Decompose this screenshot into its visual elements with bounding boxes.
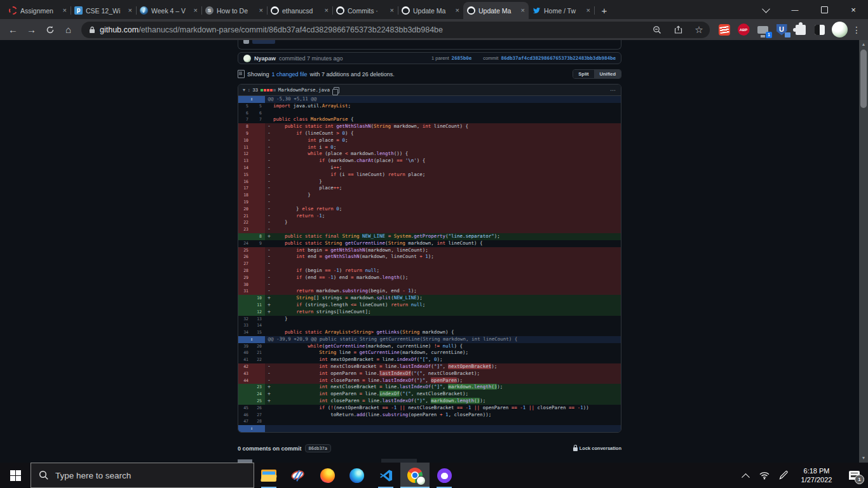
new-line-number: 10 — [252, 295, 265, 302]
diff-marker: - — [265, 172, 273, 179]
edge-taskbar-icon[interactable] — [342, 463, 371, 488]
diff-row: 13- if (markdown.charAt(place) == '\n') … — [238, 158, 621, 165]
forward-icon[interactable]: → — [24, 22, 39, 37]
parent-sha-link[interactable]: 2685b0e — [452, 55, 472, 61]
scroll-up-icon[interactable]: ▲ — [859, 40, 868, 49]
tab-close-icon[interactable]: × — [456, 7, 459, 14]
browser-tab[interactable]: CSE 12_Wi× — [71, 2, 136, 19]
browser-tab[interactable]: Update Ma× — [398, 2, 463, 19]
browser-tab[interactable]: Home / Tw× — [529, 2, 594, 19]
code-line: public static int getNthSlashN(String ma… — [273, 123, 621, 130]
dark-reader-icon[interactable] — [810, 22, 829, 38]
commit-author[interactable]: Nyapaw — [254, 55, 276, 62]
expand-hunk-button[interactable]: ↕ — [238, 336, 265, 343]
snipping-tool-taskbar-icon[interactable] — [283, 463, 313, 488]
bookmark-star-icon[interactable]: ☆ — [691, 22, 707, 37]
new-line-number — [252, 123, 265, 130]
notification-center-button[interactable]: 1 — [840, 463, 868, 488]
github-desktop-taskbar-icon[interactable] — [430, 463, 459, 488]
minimize-button[interactable]: — — [780, 0, 810, 19]
adblock-plus-icon[interactable]: ABP — [734, 22, 753, 38]
new-line-number — [252, 192, 265, 199]
share-icon[interactable] — [670, 22, 686, 37]
profile-avatar[interactable] — [832, 22, 848, 37]
pen-icon[interactable] — [774, 463, 793, 488]
taskbar-search-input[interactable]: Type here to search — [31, 463, 254, 488]
expand-down-button[interactable]: ↓ — [238, 425, 265, 432]
tab-close-icon[interactable]: × — [325, 7, 329, 14]
zoom-out-indicator-icon[interactable] — [649, 22, 665, 37]
code-line: String[] strings = markdown.split(NEW_LI… — [273, 295, 621, 302]
ublock-origin-icon[interactable]: U — [772, 22, 791, 38]
old-line-number — [238, 384, 252, 391]
diff-row: 12- while (place < markdown.length()) { — [238, 151, 621, 158]
diffstat-block — [264, 89, 266, 92]
scroll-down-icon[interactable]: ▼ — [859, 454, 868, 463]
extensions-puzzle-icon[interactable] — [791, 22, 810, 38]
chrome-taskbar-icon[interactable] — [400, 463, 430, 488]
tab-close-icon[interactable]: × — [63, 7, 67, 14]
code-line: if (lineCount > 0) { — [273, 130, 621, 137]
new-line-number — [252, 281, 265, 288]
taskbar-apps — [254, 463, 459, 488]
tab-close-icon[interactable]: × — [390, 7, 394, 14]
screen-capture-icon[interactable]: 1 — [753, 22, 772, 38]
tab-close-icon[interactable]: × — [587, 7, 590, 14]
close-window-button[interactable]: × — [839, 0, 868, 19]
restore-button[interactable] — [810, 0, 839, 19]
old-line-number: 24 — [238, 240, 252, 247]
browser-menu-icon[interactable]: ⋮ — [850, 25, 863, 35]
tab-close-icon[interactable]: × — [521, 7, 525, 14]
old-line-number: 17 — [238, 185, 252, 192]
tab-close-icon[interactable]: × — [128, 7, 132, 14]
expand-all-icon[interactable]: ↕ — [248, 88, 250, 92]
file-menu-kebab-icon[interactable]: ⋯ — [610, 87, 616, 93]
browser-tab[interactable]: How to De× — [201, 2, 267, 19]
file-explorer-taskbar-icon[interactable] — [254, 463, 283, 488]
wifi-icon[interactable] — [755, 463, 774, 488]
vscode-taskbar-icon[interactable] — [371, 463, 400, 488]
clock-time: 6:18 PM — [793, 466, 840, 475]
back-icon[interactable]: ← — [5, 22, 21, 37]
copy-path-icon[interactable] — [334, 87, 339, 93]
diff-marker: + — [265, 391, 273, 398]
browser-tab[interactable]: Assignmen× — [5, 2, 71, 19]
new-line-number: 15 — [252, 329, 265, 336]
diff-row: 24+ int openParen = line.indexOf("(", ne… — [238, 391, 621, 398]
tab-close-icon[interactable]: × — [259, 7, 263, 14]
split-view-button[interactable]: Split — [573, 70, 593, 78]
code-line: i++; — [273, 165, 621, 172]
todoist-icon[interactable] — [715, 22, 734, 38]
start-button[interactable] — [0, 463, 31, 488]
changed-files-link[interactable]: 1 changed file — [272, 71, 308, 78]
browser-tab[interactable]: Commits ·× — [332, 2, 398, 19]
browser-tab[interactable]: Update Ma× — [463, 2, 529, 19]
new-line-number — [252, 206, 265, 213]
diff-marker: + — [265, 309, 273, 316]
file-name[interactable]: MarkdownParse.java — [278, 87, 330, 93]
expand-hunk-button[interactable]: ↕ — [238, 96, 265, 103]
refresh-icon[interactable] — [42, 22, 58, 37]
home-icon[interactable]: ⌂ — [60, 22, 76, 37]
unified-view-button[interactable]: Unified — [594, 70, 621, 78]
taskbar-clock[interactable]: 6:18 PM 1/27/2022 — [793, 466, 840, 484]
tabs-container: Assignmen×CSE 12_Wi×Week 4 – V×How to De… — [5, 2, 594, 19]
new-tab-button[interactable]: + — [597, 3, 612, 18]
new-line-number — [252, 172, 265, 179]
browser-tab[interactable]: Week 4 – V× — [136, 2, 201, 19]
page-scrollbar[interactable]: ▲ ▼ — [859, 40, 868, 463]
author-avatar[interactable] — [243, 55, 251, 62]
diff-marker: + — [265, 384, 273, 391]
address-bar[interactable]: github.com/ethanucsd/markdown-parse/comm… — [81, 22, 710, 38]
tab-search-icon[interactable] — [751, 0, 780, 19]
tab-close-icon[interactable]: × — [194, 7, 198, 14]
firefox-taskbar-icon[interactable] — [313, 463, 342, 488]
new-line-number — [252, 151, 265, 158]
scrollbar-thumb[interactable] — [860, 50, 867, 108]
new-line-number: 24 — [252, 391, 265, 398]
tray-chevron-up-icon[interactable] — [736, 463, 755, 488]
file-collapse-icon[interactable]: ▾ — [243, 87, 245, 93]
lock-conversation-button[interactable]: Lock conversation — [573, 445, 621, 451]
browser-tab[interactable]: ethanucsd× — [267, 2, 332, 19]
code-line — [273, 110, 621, 117]
